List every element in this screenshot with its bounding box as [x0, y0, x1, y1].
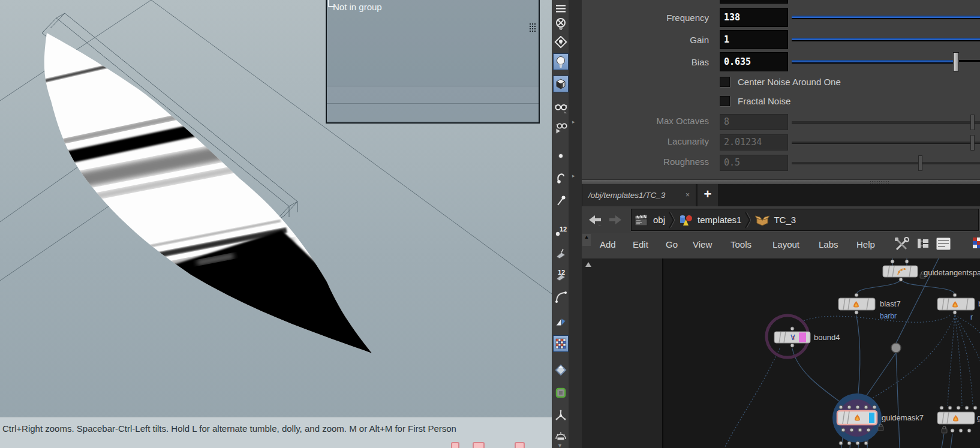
center-noise-checkbox[interactable]: [720, 77, 730, 87]
point-numbers-icon[interactable]: 12: [553, 223, 569, 239]
group-list-empty-row: [327, 103, 539, 121]
node-label: guidemask7: [882, 413, 924, 422]
lacunarity-slider: [792, 142, 980, 143]
gutter-expand-icon[interactable]: ▸: [572, 173, 575, 179]
material-gem-icon[interactable]: [553, 362, 569, 378]
particle-origins-icon[interactable]: [553, 407, 569, 424]
node-tag: r: [970, 313, 973, 321]
color-palette-icon[interactable]: [973, 236, 980, 252]
viewport-3d[interactable]: Not in group Ctrl+Right zooms. Spacebar-…: [0, 0, 552, 448]
fractal-noise-checkbox[interactable]: [720, 96, 730, 106]
bias-slider[interactable]: [792, 60, 953, 62]
max-octaves-field: 8: [720, 114, 788, 130]
more-chevron-icon[interactable]: ▼: [557, 443, 563, 448]
param-label: Bias: [582, 57, 709, 67]
texture-viz-icon[interactable]: [553, 335, 569, 352]
network-menu-bar: ▲ Add Edit Go View Tools Layout Labs Hel…: [582, 233, 980, 260]
group-list-overlay[interactable]: Not in group: [326, 0, 540, 124]
breadcrumb: obj templates1 TC_3: [631, 209, 979, 231]
breadcrumb-separator-icon: [745, 211, 751, 229]
houdini-window: Not in group Ctrl+Right zooms. Spacebar-…: [0, 0, 980, 448]
smooth-shading-icon[interactable]: [553, 76, 569, 92]
network-path-bar: obj templates1 TC_3: [582, 206, 980, 233]
tab-label: /obj/templates1/TC_3: [588, 191, 665, 200]
point-trails-icon[interactable]: [553, 193, 569, 209]
parameter-pane: Frequency 138 Gain 1 Bias 0.635 Center N…: [582, 0, 980, 179]
pane-gutter[interactable]: ▸ ▸: [569, 0, 582, 448]
param-label: Gain: [582, 35, 709, 45]
network-dot[interactable]: [891, 343, 901, 353]
node-tag: barbr: [880, 312, 897, 320]
menu-collapse-arrow[interactable]: ▲: [582, 234, 591, 246]
param-label: Roughness: [582, 157, 709, 167]
menu-help[interactable]: Help: [856, 239, 875, 249]
group-list-item[interactable]: Not in group: [333, 2, 382, 12]
frequency-slider[interactable]: [792, 16, 980, 18]
node-label: guidetangentspa: [924, 268, 980, 277]
watermark-text: The Ch: [229, 440, 411, 448]
lacunarity-field: 2.01234: [720, 134, 788, 151]
network-editor[interactable]: guidetangentspa blast7 barbr b r: [582, 258, 980, 448]
breadcrumb-label: TC_3: [774, 215, 796, 225]
network-left-band: [582, 258, 663, 448]
menu-edit[interactable]: Edit: [633, 239, 648, 249]
roughness-slider: [792, 162, 980, 164]
profile-curves-icon[interactable]: [553, 288, 569, 305]
prim-numbers-icon[interactable]: 12: [553, 267, 569, 284]
menu-add[interactable]: Add: [600, 239, 616, 249]
forward-button[interactable]: [607, 213, 621, 226]
bias-slider-handle[interactable]: [953, 52, 959, 71]
bias-field[interactable]: 0.635: [720, 52, 788, 71]
menu-layout[interactable]: Layout: [772, 239, 799, 249]
new-tab-button[interactable]: +: [698, 184, 718, 206]
param-label: Frequency: [582, 13, 709, 23]
prim-normals-icon[interactable]: [553, 245, 569, 262]
node-label: bound4: [814, 333, 840, 342]
tab-close-icon[interactable]: ×: [686, 184, 690, 206]
lighting-normal-icon[interactable]: [553, 34, 569, 51]
scroll-grip-icon[interactable]: [870, 181, 889, 184]
group-geometry-icon[interactable]: [553, 384, 569, 401]
gutter-expand-icon[interactable]: ▸: [572, 119, 575, 125]
max-octaves-handle: [970, 115, 975, 130]
visualizers-icon[interactable]: [553, 119, 569, 136]
frequency-field[interactable]: 138: [720, 8, 788, 27]
network-tab-bar: /obj/templates1/TC_3 × +: [582, 184, 980, 206]
breadcrumb-label: obj: [653, 215, 665, 225]
lighting-high-quality-icon[interactable]: [553, 53, 569, 70]
breadcrumb-item-tc3[interactable]: TC_3: [752, 213, 798, 227]
prim-hulls-icon[interactable]: [553, 314, 569, 330]
tab-obj-templates1-tc3[interactable]: /obj/templates1/TC_3 ×: [582, 184, 696, 206]
list-view-icon[interactable]: [936, 236, 952, 252]
group-list-empty-row: [327, 86, 539, 103]
svg-text:12: 12: [560, 225, 567, 233]
gain-slider[interactable]: [792, 38, 980, 40]
clapperboard-icon: [634, 213, 650, 227]
menu-view[interactable]: View: [693, 239, 712, 249]
parameter-field-cut[interactable]: [720, 0, 788, 4]
menu-tools[interactable]: Tools: [731, 239, 751, 249]
watermark-letter-fragment: [515, 442, 525, 448]
breadcrumb-item-obj[interactable]: obj: [632, 213, 668, 227]
breadcrumb-item-templates1[interactable]: templates1: [676, 213, 744, 227]
camera-dome-icon[interactable]: [553, 428, 569, 444]
gain-field[interactable]: 1: [720, 30, 788, 49]
roughness-handle: [918, 155, 922, 171]
back-button[interactable]: [588, 213, 602, 226]
tools-icon[interactable]: [894, 236, 910, 253]
checkbox-label: Center Noise Around One: [738, 77, 841, 87]
menu-go[interactable]: Go: [666, 239, 678, 249]
point-markers-icon[interactable]: [553, 148, 569, 164]
tree-view-icon[interactable]: [916, 236, 931, 252]
point-normals-icon[interactable]: [553, 169, 569, 185]
drag-grip-icon[interactable]: [529, 23, 536, 32]
bias-slider-remainder[interactable]: [958, 60, 980, 62]
breadcrumb-label: templates1: [698, 215, 741, 225]
checkbox-label: Fractal Noise: [738, 96, 790, 106]
lighting-disabled-icon[interactable]: [553, 15, 569, 32]
menu-labs[interactable]: Labs: [819, 239, 838, 249]
display-options-icon[interactable]: [553, 98, 569, 115]
max-octaves-slider: [792, 121, 980, 123]
node-label: g: [977, 413, 980, 422]
viewport-help-text: Ctrl+Right zooms. Spacebar-Ctrl-Left til…: [2, 423, 456, 434]
